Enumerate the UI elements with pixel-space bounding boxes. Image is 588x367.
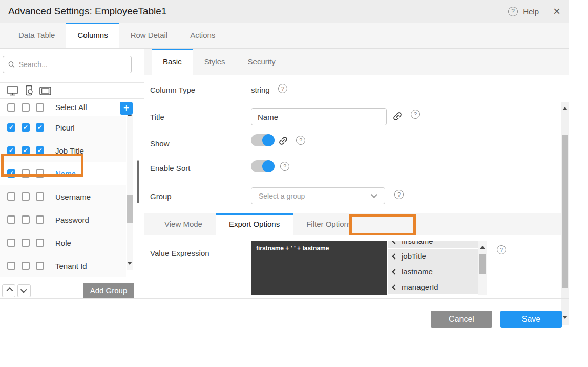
add-column-button[interactable]: + <box>120 102 133 115</box>
field-item-lastname[interactable]: lastname <box>388 264 478 279</box>
column-label: Username <box>55 192 91 201</box>
scrollbar-thumb[interactable] <box>479 254 486 274</box>
field-item-managerid[interactable]: managerId <box>388 279 478 294</box>
tab-styles[interactable]: Styles <box>193 49 237 75</box>
link-icon[interactable] <box>392 111 403 122</box>
scroll-up-icon[interactable] <box>562 107 568 110</box>
checkbox[interactable] <box>36 192 44 201</box>
search-area <box>0 56 144 83</box>
help-icon[interactable]: ? <box>296 136 305 145</box>
list-item-role[interactable]: Role <box>0 231 126 254</box>
enable-sort-label: Enable Sort <box>150 164 190 172</box>
help-icon[interactable]: ? <box>280 162 289 171</box>
select-all-checkbox-desktop[interactable] <box>7 103 15 112</box>
group-label: Group <box>150 192 172 201</box>
help-icon[interactable]: ? <box>411 110 420 119</box>
move-down-button[interactable] <box>17 284 31 297</box>
save-button[interactable]: Save <box>500 311 562 328</box>
checkbox[interactable] <box>7 239 15 247</box>
checkbox[interactable] <box>22 169 30 178</box>
sidebar-overlay-scrollbar[interactable] <box>137 160 139 203</box>
scroll-down-icon[interactable] <box>562 316 568 319</box>
field-list-scrollbar[interactable] <box>478 241 487 295</box>
list-item-tenant-id[interactable]: Tenant Id <box>0 254 126 277</box>
list-item-job-title[interactable]: Job Title <box>0 139 126 162</box>
scroll-down-icon[interactable] <box>127 262 132 265</box>
main-tab-bar: Data Table Columns Row Detail Actions <box>0 23 569 49</box>
checkbox[interactable] <box>22 239 30 247</box>
search-box[interactable] <box>3 56 132 73</box>
column-label: Name <box>55 169 76 178</box>
panel-scrollbar[interactable] <box>561 102 569 325</box>
select-all-checkbox-mobile[interactable] <box>22 103 30 112</box>
checkbox[interactable] <box>36 169 44 178</box>
title-input[interactable] <box>251 108 387 125</box>
scroll-up-icon[interactable] <box>480 246 485 249</box>
sub-tab-bar: View Mode Export Options Filter Options <box>144 213 569 235</box>
cancel-button[interactable]: Cancel <box>431 311 492 328</box>
move-up-button[interactable] <box>2 284 15 297</box>
checkbox[interactable] <box>22 123 30 132</box>
list-item-name[interactable]: Name <box>0 162 126 185</box>
dialog-title: Advanced Settings: EmployeeTable1 <box>8 6 166 17</box>
device-filter-row <box>0 83 144 99</box>
tab-filter-options[interactable]: Filter Options <box>293 213 365 235</box>
checkbox[interactable] <box>7 192 15 201</box>
tab-view-mode[interactable]: View Mode <box>151 213 216 235</box>
enable-sort-toggle[interactable] <box>251 160 275 172</box>
mobile-icon[interactable] <box>24 85 34 96</box>
chevron-left-icon <box>392 253 397 259</box>
search-input[interactable] <box>19 60 126 69</box>
checkbox[interactable] <box>36 215 44 224</box>
scrollbar-thumb[interactable] <box>562 135 568 288</box>
field-item-jobtitle[interactable]: jobTitle <box>388 249 478 264</box>
group-select[interactable]: Select a group <box>251 187 385 204</box>
scrollbar-thumb[interactable] <box>127 195 133 223</box>
checkbox[interactable] <box>36 123 44 132</box>
tab-basic[interactable]: Basic <box>152 49 193 75</box>
sidebar-scrollbar[interactable] <box>127 109 133 270</box>
checkbox[interactable] <box>7 169 15 178</box>
list-item-password[interactable]: Password <box>0 208 126 231</box>
tab-data-table[interactable]: Data Table <box>7 23 66 48</box>
chevron-down-icon <box>20 287 27 293</box>
checkbox[interactable] <box>22 192 30 201</box>
add-group-button[interactable]: Add Group <box>83 283 134 298</box>
tab-columns[interactable]: Columns <box>66 23 119 48</box>
desktop-icon[interactable] <box>6 85 19 96</box>
help-icon[interactable]: ? <box>497 245 506 254</box>
checkbox[interactable] <box>7 123 15 132</box>
value-expression-editor[interactable]: firstname + ' ' + lastname <box>251 241 387 295</box>
show-toggle[interactable] <box>251 134 275 146</box>
tab-security[interactable]: Security <box>237 49 287 75</box>
help-icon[interactable]: ? <box>508 7 518 16</box>
tab-actions[interactable]: Actions <box>179 23 226 48</box>
field-item-firstname[interactable]: firstname <box>388 241 478 248</box>
checkbox[interactable] <box>7 215 15 224</box>
list-item-username[interactable]: Username <box>0 185 126 208</box>
checkbox[interactable] <box>36 262 44 270</box>
field-name: managerId <box>402 283 438 291</box>
link-icon[interactable] <box>278 135 289 146</box>
help-label[interactable]: Help <box>523 7 539 16</box>
checkbox[interactable] <box>36 146 44 155</box>
select-all-row: Select All + <box>0 99 144 116</box>
chevron-down-icon <box>371 191 377 198</box>
checkbox[interactable] <box>22 215 30 224</box>
checkbox[interactable] <box>7 262 15 270</box>
chevron-up-icon <box>6 287 13 294</box>
checkbox[interactable] <box>7 146 15 155</box>
tab-row-detail[interactable]: Row Detail <box>119 23 179 48</box>
select-all-checkbox-tablet[interactable] <box>36 103 44 112</box>
search-icon <box>8 61 15 68</box>
checkbox[interactable] <box>22 262 30 270</box>
list-item-picurl[interactable]: Picurl <box>0 116 126 139</box>
checkbox[interactable] <box>22 146 30 155</box>
show-label: Show <box>150 139 170 148</box>
help-icon[interactable]: ? <box>394 190 404 199</box>
tablet-icon[interactable] <box>39 85 52 96</box>
help-icon[interactable]: ? <box>278 84 287 93</box>
checkbox[interactable] <box>36 239 44 247</box>
close-icon[interactable]: × <box>553 6 560 16</box>
tab-export-options[interactable]: Export Options <box>216 213 293 235</box>
